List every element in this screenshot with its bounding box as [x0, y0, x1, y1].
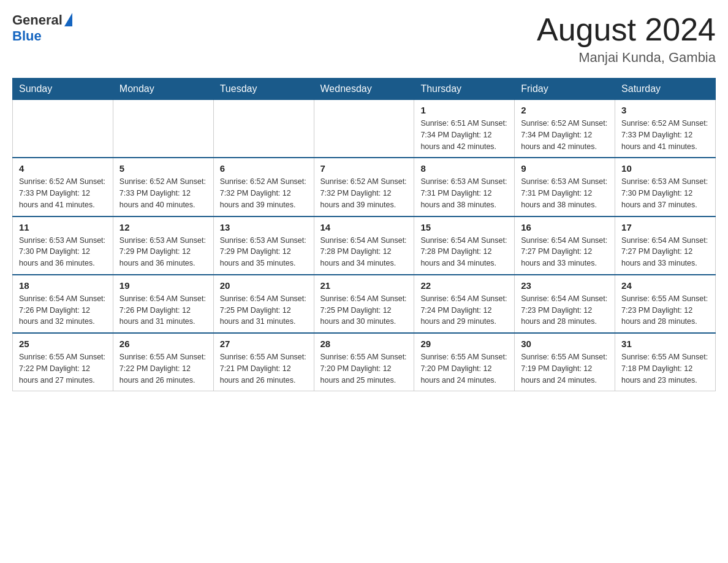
table-row: 2Sunrise: 6:52 AM Sunset: 7:34 PM Daylig… — [515, 100, 615, 158]
table-row: 11Sunrise: 6:53 AM Sunset: 7:30 PM Dayli… — [13, 216, 113, 275]
table-row: 10Sunrise: 6:53 AM Sunset: 7:30 PM Dayli… — [615, 158, 716, 216]
table-row: 13Sunrise: 6:53 AM Sunset: 7:29 PM Dayli… — [213, 216, 314, 275]
day-info: Sunrise: 6:54 AM Sunset: 7:28 PM Dayligh… — [420, 235, 508, 269]
day-info: Sunrise: 6:55 AM Sunset: 7:22 PM Dayligh… — [119, 351, 207, 386]
logo: General Blue — [12, 12, 72, 44]
table-row: 17Sunrise: 6:54 AM Sunset: 7:27 PM Dayli… — [615, 216, 716, 275]
table-row: 26Sunrise: 6:55 AM Sunset: 7:22 PM Dayli… — [113, 333, 213, 391]
day-info: Sunrise: 6:54 AM Sunset: 7:28 PM Dayligh… — [320, 235, 408, 269]
day-number: 17 — [621, 222, 709, 232]
calendar-week-3: 11Sunrise: 6:53 AM Sunset: 7:30 PM Dayli… — [13, 216, 716, 275]
day-info: Sunrise: 6:54 AM Sunset: 7:26 PM Dayligh… — [19, 293, 107, 327]
day-info: Sunrise: 6:54 AM Sunset: 7:26 PM Dayligh… — [119, 293, 207, 327]
page-header: General Blue August 2024 Manjai Kunda, G… — [12, 12, 716, 66]
day-info: Sunrise: 6:54 AM Sunset: 7:23 PM Dayligh… — [521, 293, 609, 327]
header-day-saturday: Saturday — [615, 79, 716, 100]
day-info: Sunrise: 6:52 AM Sunset: 7:32 PM Dayligh… — [320, 176, 408, 210]
day-number: 23 — [521, 280, 609, 291]
day-number: 7 — [320, 163, 408, 174]
day-info: Sunrise: 6:52 AM Sunset: 7:33 PM Dayligh… — [621, 118, 709, 152]
day-info: Sunrise: 6:54 AM Sunset: 7:25 PM Dayligh… — [220, 293, 308, 327]
table-row: 14Sunrise: 6:54 AM Sunset: 7:28 PM Dayli… — [314, 216, 414, 275]
logo-general-text: General — [12, 12, 63, 28]
table-row: 28Sunrise: 6:55 AM Sunset: 7:20 PM Dayli… — [314, 333, 414, 391]
day-info: Sunrise: 6:55 AM Sunset: 7:20 PM Dayligh… — [320, 351, 408, 386]
table-row: 21Sunrise: 6:54 AM Sunset: 7:25 PM Dayli… — [314, 275, 414, 333]
day-info: Sunrise: 6:53 AM Sunset: 7:31 PM Dayligh… — [521, 176, 609, 210]
table-row: 1Sunrise: 6:51 AM Sunset: 7:34 PM Daylig… — [414, 100, 515, 158]
day-info: Sunrise: 6:53 AM Sunset: 7:31 PM Dayligh… — [420, 176, 508, 210]
day-number: 28 — [320, 339, 408, 349]
day-number: 9 — [521, 163, 609, 174]
day-number: 10 — [621, 163, 709, 174]
day-number: 21 — [320, 280, 408, 291]
day-number: 30 — [521, 339, 609, 349]
header-day-friday: Friday — [515, 79, 615, 100]
day-info: Sunrise: 6:52 AM Sunset: 7:33 PM Dayligh… — [19, 176, 107, 210]
day-number: 27 — [220, 339, 308, 349]
table-row: 29Sunrise: 6:55 AM Sunset: 7:20 PM Dayli… — [414, 333, 515, 391]
table-row: 15Sunrise: 6:54 AM Sunset: 7:28 PM Dayli… — [414, 216, 515, 275]
logo-blue-text: Blue — [12, 28, 42, 44]
day-number: 11 — [19, 222, 107, 232]
day-number: 19 — [119, 280, 207, 291]
table-row: 25Sunrise: 6:55 AM Sunset: 7:22 PM Dayli… — [13, 333, 113, 391]
day-info: Sunrise: 6:52 AM Sunset: 7:32 PM Dayligh… — [220, 176, 308, 210]
calendar-body: 1Sunrise: 6:51 AM Sunset: 7:34 PM Daylig… — [13, 100, 716, 391]
day-number: 16 — [521, 222, 609, 232]
day-number: 18 — [19, 280, 107, 291]
day-number: 24 — [621, 280, 709, 291]
day-number: 6 — [220, 163, 308, 174]
day-info: Sunrise: 6:53 AM Sunset: 7:29 PM Dayligh… — [119, 235, 207, 269]
calendar-table: SundayMondayTuesdayWednesdayThursdayFrid… — [12, 78, 716, 391]
header-day-sunday: Sunday — [13, 79, 113, 100]
day-number: 26 — [119, 339, 207, 349]
day-number: 4 — [19, 163, 107, 174]
logo-triangle-icon — [64, 13, 72, 26]
table-row: 9Sunrise: 6:53 AM Sunset: 7:31 PM Daylig… — [515, 158, 615, 216]
calendar-week-4: 18Sunrise: 6:54 AM Sunset: 7:26 PM Dayli… — [13, 275, 716, 333]
table-row — [213, 100, 314, 158]
page-subtitle: Manjai Kunda, Gambia — [537, 50, 716, 66]
day-info: Sunrise: 6:53 AM Sunset: 7:30 PM Dayligh… — [621, 176, 709, 210]
days-of-week-row: SundayMondayTuesdayWednesdayThursdayFrid… — [13, 79, 716, 100]
day-info: Sunrise: 6:55 AM Sunset: 7:19 PM Dayligh… — [521, 351, 609, 386]
table-row: 3Sunrise: 6:52 AM Sunset: 7:33 PM Daylig… — [615, 100, 716, 158]
day-info: Sunrise: 6:55 AM Sunset: 7:22 PM Dayligh… — [19, 351, 107, 386]
day-number: 2 — [521, 105, 609, 115]
table-row: 27Sunrise: 6:55 AM Sunset: 7:21 PM Dayli… — [213, 333, 314, 391]
table-row — [113, 100, 213, 158]
table-row: 24Sunrise: 6:55 AM Sunset: 7:23 PM Dayli… — [615, 275, 716, 333]
table-row: 22Sunrise: 6:54 AM Sunset: 7:24 PM Dayli… — [414, 275, 515, 333]
day-info: Sunrise: 6:52 AM Sunset: 7:34 PM Dayligh… — [521, 118, 609, 152]
day-info: Sunrise: 6:54 AM Sunset: 7:27 PM Dayligh… — [521, 235, 609, 269]
header-day-tuesday: Tuesday — [213, 79, 314, 100]
table-row: 5Sunrise: 6:52 AM Sunset: 7:33 PM Daylig… — [113, 158, 213, 216]
day-number: 20 — [220, 280, 308, 291]
day-info: Sunrise: 6:55 AM Sunset: 7:20 PM Dayligh… — [420, 351, 508, 386]
table-row: 18Sunrise: 6:54 AM Sunset: 7:26 PM Dayli… — [13, 275, 113, 333]
calendar-week-2: 4Sunrise: 6:52 AM Sunset: 7:33 PM Daylig… — [13, 158, 716, 216]
title-area: August 2024 Manjai Kunda, Gambia — [537, 12, 716, 66]
day-number: 13 — [220, 222, 308, 232]
table-row: 16Sunrise: 6:54 AM Sunset: 7:27 PM Dayli… — [515, 216, 615, 275]
day-number: 25 — [19, 339, 107, 349]
calendar-week-1: 1Sunrise: 6:51 AM Sunset: 7:34 PM Daylig… — [13, 100, 716, 158]
day-info: Sunrise: 6:54 AM Sunset: 7:25 PM Dayligh… — [320, 293, 408, 327]
table-row: 4Sunrise: 6:52 AM Sunset: 7:33 PM Daylig… — [13, 158, 113, 216]
day-info: Sunrise: 6:51 AM Sunset: 7:34 PM Dayligh… — [420, 118, 508, 152]
day-info: Sunrise: 6:55 AM Sunset: 7:18 PM Dayligh… — [621, 351, 709, 386]
calendar-header: SundayMondayTuesdayWednesdayThursdayFrid… — [13, 79, 716, 100]
day-number: 29 — [420, 339, 508, 349]
day-number: 5 — [119, 163, 207, 174]
table-row: 12Sunrise: 6:53 AM Sunset: 7:29 PM Dayli… — [113, 216, 213, 275]
day-number: 22 — [420, 280, 508, 291]
day-number: 15 — [420, 222, 508, 232]
header-day-monday: Monday — [113, 79, 213, 100]
calendar-week-5: 25Sunrise: 6:55 AM Sunset: 7:22 PM Dayli… — [13, 333, 716, 391]
table-row: 30Sunrise: 6:55 AM Sunset: 7:19 PM Dayli… — [515, 333, 615, 391]
day-number: 3 — [621, 105, 709, 115]
day-number: 1 — [420, 105, 508, 115]
header-day-wednesday: Wednesday — [314, 79, 414, 100]
table-row: 7Sunrise: 6:52 AM Sunset: 7:32 PM Daylig… — [314, 158, 414, 216]
